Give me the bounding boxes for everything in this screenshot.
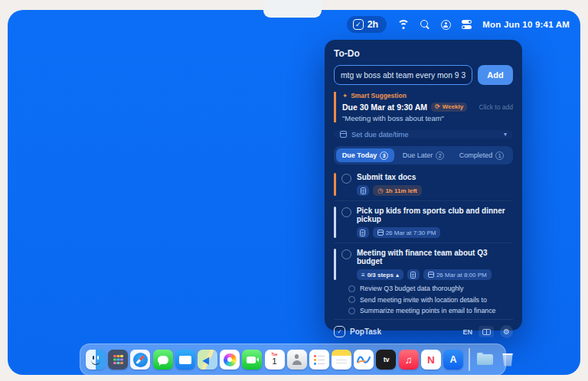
priority-bar [334, 249, 336, 280]
wifi-icon[interactable] [397, 20, 410, 29]
task-input[interactable] [334, 65, 472, 85]
suggestion-due: Due 30 Mar at 9:30 AM [342, 103, 427, 112]
task-row-pick-up-kids[interactable]: Pick up kids from sports club and dinner… [334, 201, 513, 243]
dock-icon-maps[interactable] [198, 350, 217, 370]
dock-icon-messages[interactable] [153, 350, 173, 370]
widget-time-label: 2h [368, 19, 379, 30]
dock-icon-apple-tv[interactable]: tv [376, 350, 396, 370]
due-date-badge: 26 Mar at 8:00 PM [423, 269, 492, 280]
news-letter: N [427, 354, 435, 366]
set-due-dropdown[interactable]: Set due date/time ▾ [334, 130, 513, 138]
dock-icon-downloads-folder[interactable] [475, 350, 495, 370]
task-title: Submit tax docs [357, 173, 422, 181]
menubar-clock[interactable]: Mon Jun 10 9:41 AM [482, 20, 570, 29]
settings-button[interactable]: ⚙ [500, 325, 513, 338]
task-checkbox[interactable] [341, 249, 351, 259]
dock-icon-finder[interactable] [86, 350, 106, 370]
tab-label: Due Today [342, 151, 377, 159]
dock-icon-launchpad[interactable] [108, 350, 128, 370]
dock-icon-facetime[interactable] [242, 350, 262, 370]
search-icon[interactable] [420, 20, 430, 30]
tv-label: tv [384, 356, 389, 363]
dock: Tue 1 tv ♫ N A [80, 344, 506, 376]
guide-button[interactable] [479, 326, 494, 337]
task-checkbox[interactable] [341, 207, 351, 217]
task-row-submit-tax-docs[interactable]: Submit tax docs ◷ 1h 11m left [334, 168, 513, 201]
set-due-label: Set due date/time [351, 130, 408, 138]
suggestion-label: Smart Suggestion [351, 92, 407, 99]
dock-icon-photos[interactable] [220, 350, 240, 370]
dock-icon-news[interactable]: N [421, 350, 441, 370]
dock-icon-safari[interactable] [130, 350, 150, 370]
tab-completed[interactable]: Completed 1 [452, 148, 511, 162]
click-to-add-hint[interactable]: Click to add [479, 103, 513, 111]
weekly-label: Weekly [443, 103, 463, 110]
subtask-checkbox[interactable] [348, 308, 355, 314]
steps-badge[interactable]: ≡ 0/3 steps ▴ [357, 269, 403, 280]
priority-bar [334, 207, 336, 238]
dock-icon-mail[interactable] [175, 350, 195, 370]
subtask-checkbox[interactable] [348, 285, 355, 292]
list-icon: ≡ [361, 272, 365, 278]
dock-icon-music[interactable]: ♫ [399, 350, 419, 370]
panel-footer: ✓ PopTask EN ⚙ [334, 319, 513, 338]
language-toggle[interactable]: EN [462, 328, 472, 336]
note-icon[interactable] [357, 185, 369, 196]
time-left-badge: ◷ 1h 11m left [373, 185, 422, 196]
task-title: Pick up kids from sports club and dinner… [357, 207, 513, 223]
note-icon[interactable] [357, 227, 369, 238]
appstore-letter: A [449, 354, 456, 365]
clock-icon: ◷ [377, 187, 383, 194]
add-button[interactable]: Add [478, 65, 513, 85]
due-date-label: 26 Mar at 7:30 PM [386, 230, 436, 236]
dock-divider [469, 348, 470, 371]
tab-label: Completed [459, 151, 493, 159]
calendar-icon [428, 272, 434, 278]
dock-icon-notes[interactable] [332, 350, 351, 370]
dock-icon-calendar[interactable]: Tue 1 [265, 350, 285, 370]
poptask-logo-icon: ✓ [334, 326, 345, 337]
time-left-label: 1h 11m left [385, 187, 416, 194]
task-checkbox[interactable] [341, 174, 351, 184]
steps-label: 0/3 steps [368, 272, 394, 278]
sparkle-icon: ✦ [342, 92, 348, 99]
gear-icon: ⚙ [503, 327, 510, 336]
dock-icon-reminders[interactable] [309, 350, 329, 370]
panel-title: To-Do [334, 48, 513, 59]
screen-notch [263, 0, 322, 18]
subtask-label: Send meeting invite with location detail… [360, 296, 487, 304]
tab-label: Due Later [403, 151, 433, 159]
subtask-row[interactable]: Send meeting invite with location detail… [348, 296, 513, 304]
todo-menubar-widget[interactable]: ✓ 2h [347, 16, 387, 33]
subtask-row[interactable]: Summarize meeting points in email to fin… [348, 307, 513, 314]
new-task-row: Add [334, 65, 513, 85]
priority-bar [334, 173, 336, 196]
dock-icon-app-store[interactable]: A [443, 350, 463, 370]
todo-popover: To-Do Add ✦ Smart Suggestion Due 30 Mar … [325, 40, 522, 331]
dock-icon-trash[interactable] [498, 350, 518, 370]
dock-icon-freeform[interactable] [354, 350, 374, 370]
task-title: Meeting with finance team about Q3 budge… [357, 249, 513, 265]
task-row-finance-meeting[interactable]: Meeting with finance team about Q3 budge… [334, 243, 513, 319]
menu-bar: ✓ 2h Mon Jun 10 9:41 AM [347, 15, 570, 34]
tab-due-later[interactable]: Due Later 2 [394, 148, 452, 162]
subtask-label: Review Q3 budget data thoroughly [360, 285, 463, 292]
control-center-icon[interactable] [462, 20, 472, 29]
tab-count-badge: 1 [495, 151, 504, 160]
subtask-row[interactable]: Review Q3 budget data thoroughly [348, 285, 513, 292]
chevron-down-icon: ▾ [504, 131, 507, 138]
music-note-icon: ♫ [405, 354, 413, 366]
note-icon[interactable] [407, 269, 420, 280]
dock-icon-contacts[interactable] [287, 350, 307, 370]
smart-suggestion-card[interactable]: ✦ Smart Suggestion Due 30 Mar at 9:30 AM… [334, 92, 513, 122]
calendar-icon [377, 230, 384, 236]
suggestion-preview: "Meeting with boss about team" [342, 114, 513, 122]
subtask-checkbox[interactable] [348, 296, 355, 303]
calendar-icon [340, 131, 347, 138]
user-icon[interactable] [441, 20, 451, 30]
tab-due-today[interactable]: Due Today 3 [336, 148, 394, 162]
tab-count-badge: 3 [380, 151, 388, 160]
weekly-badge: ⟳ Weekly [431, 103, 467, 112]
tab-count-badge: 2 [436, 151, 444, 160]
subtask-list: Review Q3 budget data thoroughly Send me… [348, 285, 513, 314]
